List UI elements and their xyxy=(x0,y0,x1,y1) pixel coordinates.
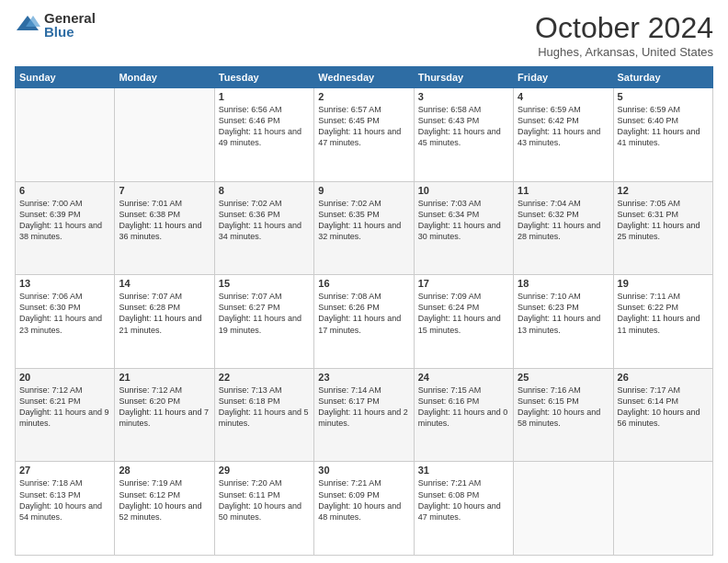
table-row: 28Sunrise: 7:19 AMSunset: 6:12 PMDayligh… xyxy=(115,462,214,556)
day-number: 10 xyxy=(418,185,509,196)
cell-info: Sunrise: 7:21 AMSunset: 6:09 PMDaylight:… xyxy=(318,477,409,523)
col-sunday: Sunday xyxy=(16,67,115,88)
cell-info: Sunrise: 7:16 AMSunset: 6:15 PMDaylight:… xyxy=(518,385,609,430)
table-row: 2Sunrise: 6:57 AMSunset: 6:45 PMDaylight… xyxy=(314,88,414,182)
cell-info: Sunrise: 7:05 AMSunset: 6:31 PMDaylight:… xyxy=(618,198,709,243)
calendar-week-row: 6Sunrise: 7:00 AMSunset: 6:39 PMDaylight… xyxy=(16,181,713,275)
table-row: 30Sunrise: 7:21 AMSunset: 6:09 PMDayligh… xyxy=(314,462,414,556)
col-friday: Friday xyxy=(514,67,613,88)
table-row: 3Sunrise: 6:58 AMSunset: 6:43 PMDaylight… xyxy=(414,88,513,182)
cell-info: Sunrise: 7:09 AMSunset: 6:24 PMDaylight:… xyxy=(418,291,509,336)
table-row: 16Sunrise: 7:08 AMSunset: 6:26 PMDayligh… xyxy=(314,275,414,369)
table-row: 9Sunrise: 7:02 AMSunset: 6:35 PMDaylight… xyxy=(314,181,414,275)
col-monday: Monday xyxy=(115,67,214,88)
cell-info: Sunrise: 7:07 AMSunset: 6:28 PMDaylight:… xyxy=(119,291,210,336)
table-row: 29Sunrise: 7:20 AMSunset: 6:11 PMDayligh… xyxy=(214,462,313,556)
day-number: 9 xyxy=(318,185,409,196)
cell-info: Sunrise: 6:56 AMSunset: 6:46 PMDaylight:… xyxy=(219,104,310,149)
month-title: October 2024 xyxy=(535,11,713,45)
calendar-header-row: Sunday Monday Tuesday Wednesday Thursday… xyxy=(16,67,713,88)
cell-info: Sunrise: 7:03 AMSunset: 6:34 PMDaylight:… xyxy=(418,198,509,243)
table-row: 13Sunrise: 7:06 AMSunset: 6:30 PMDayligh… xyxy=(16,275,115,369)
table-row: 20Sunrise: 7:12 AMSunset: 6:21 PMDayligh… xyxy=(16,368,115,462)
day-number: 19 xyxy=(618,278,709,289)
day-number: 31 xyxy=(418,465,509,476)
cell-info: Sunrise: 7:19 AMSunset: 6:12 PMDaylight:… xyxy=(119,477,210,523)
table-row xyxy=(16,88,115,182)
day-number: 7 xyxy=(119,185,210,196)
cell-info: Sunrise: 7:02 AMSunset: 6:35 PMDaylight:… xyxy=(318,198,409,243)
day-number: 25 xyxy=(518,372,609,383)
cell-info: Sunrise: 7:02 AMSunset: 6:36 PMDaylight:… xyxy=(219,198,310,243)
cell-info: Sunrise: 7:13 AMSunset: 6:18 PMDaylight:… xyxy=(219,385,310,430)
logo-blue-text: Blue xyxy=(44,25,96,39)
calendar-week-row: 13Sunrise: 7:06 AMSunset: 6:30 PMDayligh… xyxy=(16,275,713,369)
cell-info: Sunrise: 7:15 AMSunset: 6:16 PMDaylight:… xyxy=(418,385,509,430)
day-number: 26 xyxy=(618,372,709,383)
table-row: 10Sunrise: 7:03 AMSunset: 6:34 PMDayligh… xyxy=(414,181,513,275)
cell-info: Sunrise: 7:21 AMSunset: 6:08 PMDaylight:… xyxy=(418,477,509,523)
table-row: 8Sunrise: 7:02 AMSunset: 6:36 PMDaylight… xyxy=(214,181,313,275)
table-row: 5Sunrise: 6:59 AMSunset: 6:40 PMDaylight… xyxy=(613,88,712,182)
calendar-week-row: 20Sunrise: 7:12 AMSunset: 6:21 PMDayligh… xyxy=(16,368,713,462)
table-row: 17Sunrise: 7:09 AMSunset: 6:24 PMDayligh… xyxy=(414,275,513,369)
day-number: 23 xyxy=(318,372,409,383)
table-row: 22Sunrise: 7:13 AMSunset: 6:18 PMDayligh… xyxy=(214,368,313,462)
table-row xyxy=(613,462,712,556)
col-wednesday: Wednesday xyxy=(314,67,414,88)
cell-info: Sunrise: 6:59 AMSunset: 6:40 PMDaylight:… xyxy=(618,104,709,149)
cell-info: Sunrise: 7:00 AMSunset: 6:39 PMDaylight:… xyxy=(19,198,110,243)
calendar-table: Sunday Monday Tuesday Wednesday Thursday… xyxy=(15,66,713,556)
table-row: 15Sunrise: 7:07 AMSunset: 6:27 PMDayligh… xyxy=(214,275,313,369)
table-row: 7Sunrise: 7:01 AMSunset: 6:38 PMDaylight… xyxy=(115,181,214,275)
table-row: 24Sunrise: 7:15 AMSunset: 6:16 PMDayligh… xyxy=(414,368,513,462)
cell-info: Sunrise: 7:12 AMSunset: 6:20 PMDaylight:… xyxy=(119,385,210,430)
table-row xyxy=(514,462,613,556)
day-number: 11 xyxy=(518,185,609,196)
page: General Blue October 2024 Hughes, Arkans… xyxy=(0,0,728,563)
col-saturday: Saturday xyxy=(613,67,712,88)
cell-info: Sunrise: 7:01 AMSunset: 6:38 PMDaylight:… xyxy=(119,198,210,243)
day-number: 1 xyxy=(219,91,310,102)
cell-info: Sunrise: 7:12 AMSunset: 6:21 PMDaylight:… xyxy=(19,385,110,430)
cell-info: Sunrise: 7:06 AMSunset: 6:30 PMDaylight:… xyxy=(19,291,110,336)
day-number: 28 xyxy=(119,465,210,476)
cell-info: Sunrise: 7:07 AMSunset: 6:27 PMDaylight:… xyxy=(219,291,310,336)
table-row: 23Sunrise: 7:14 AMSunset: 6:17 PMDayligh… xyxy=(314,368,414,462)
day-number: 27 xyxy=(19,465,110,476)
cell-info: Sunrise: 7:11 AMSunset: 6:22 PMDaylight:… xyxy=(618,291,709,336)
col-thursday: Thursday xyxy=(414,67,513,88)
cell-info: Sunrise: 7:04 AMSunset: 6:32 PMDaylight:… xyxy=(518,198,609,243)
day-number: 17 xyxy=(418,278,509,289)
cell-info: Sunrise: 7:20 AMSunset: 6:11 PMDaylight:… xyxy=(219,477,310,523)
header: General Blue October 2024 Hughes, Arkans… xyxy=(15,11,713,59)
cell-info: Sunrise: 7:18 AMSunset: 6:13 PMDaylight:… xyxy=(19,477,110,523)
logo: General Blue xyxy=(15,11,96,39)
table-row: 26Sunrise: 7:17 AMSunset: 6:14 PMDayligh… xyxy=(613,368,712,462)
day-number: 5 xyxy=(618,91,709,102)
day-number: 3 xyxy=(418,91,509,102)
day-number: 4 xyxy=(518,91,609,102)
day-number: 16 xyxy=(318,278,409,289)
table-row: 14Sunrise: 7:07 AMSunset: 6:28 PMDayligh… xyxy=(115,275,214,369)
table-row: 1Sunrise: 6:56 AMSunset: 6:46 PMDaylight… xyxy=(214,88,313,182)
day-number: 21 xyxy=(119,372,210,383)
col-tuesday: Tuesday xyxy=(214,67,313,88)
day-number: 6 xyxy=(19,185,110,196)
table-row xyxy=(115,88,214,182)
table-row: 18Sunrise: 7:10 AMSunset: 6:23 PMDayligh… xyxy=(514,275,613,369)
table-row: 31Sunrise: 7:21 AMSunset: 6:08 PMDayligh… xyxy=(414,462,513,556)
day-number: 8 xyxy=(219,185,310,196)
logo-icon xyxy=(15,12,40,38)
day-number: 30 xyxy=(318,465,409,476)
calendar-week-row: 1Sunrise: 6:56 AMSunset: 6:46 PMDaylight… xyxy=(16,88,713,182)
day-number: 14 xyxy=(119,278,210,289)
title-block: October 2024 Hughes, Arkansas, United St… xyxy=(535,11,713,59)
location-text: Hughes, Arkansas, United States xyxy=(535,45,713,59)
table-row: 6Sunrise: 7:00 AMSunset: 6:39 PMDaylight… xyxy=(16,181,115,275)
table-row: 12Sunrise: 7:05 AMSunset: 6:31 PMDayligh… xyxy=(613,181,712,275)
cell-info: Sunrise: 7:08 AMSunset: 6:26 PMDaylight:… xyxy=(318,291,409,336)
table-row: 21Sunrise: 7:12 AMSunset: 6:20 PMDayligh… xyxy=(115,368,214,462)
day-number: 15 xyxy=(219,278,310,289)
cell-info: Sunrise: 6:58 AMSunset: 6:43 PMDaylight:… xyxy=(418,104,509,149)
